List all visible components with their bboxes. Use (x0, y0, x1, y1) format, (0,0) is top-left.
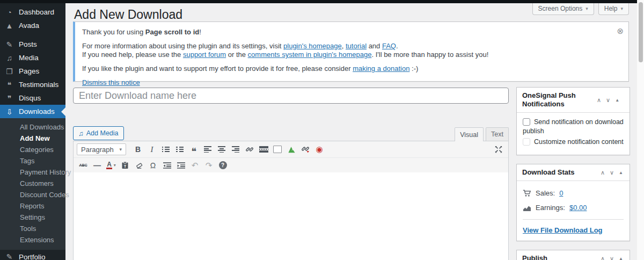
strikethrough-button[interactable]: ABC (77, 160, 90, 171)
plugin-notice: Thank you for using Page scroll to id! F… (73, 21, 629, 82)
sidebar-item-label: Pages (19, 67, 39, 75)
sales-row: Sales:0 (523, 189, 624, 197)
notice-info-line: For more information about using the plu… (82, 42, 607, 50)
toggle-panel-icon[interactable]: ▲ (618, 170, 624, 175)
sidebar-item-media[interactable]: ♫Media (0, 51, 65, 64)
scrollbar[interactable] (637, 0, 644, 260)
sidebar-item-dashboard[interactable]: ◔Dashboard (0, 5, 65, 19)
plugin-homepage-link[interactable]: plugin's homepage (283, 42, 342, 50)
tab-visual[interactable]: Visual (455, 127, 484, 141)
sidebar-item-downloads[interactable]: ⇩Downloads (0, 105, 65, 118)
clear-formatting-button[interactable] (133, 160, 145, 171)
move-down-icon[interactable]: ∨ (609, 169, 615, 176)
submenu-item-tools[interactable]: Tools (0, 223, 65, 234)
sales-count-link[interactable]: 0 (559, 189, 563, 197)
outdent-button[interactable] (160, 160, 173, 171)
paragraph-format-select[interactable]: Paragraph▾ (77, 143, 126, 155)
move-up-icon[interactable]: ∧ (599, 255, 606, 260)
read-more-button[interactable] (257, 143, 270, 155)
move-down-icon[interactable]: ∨ (605, 97, 611, 104)
submenu-item-categories[interactable]: Categories (0, 144, 65, 155)
italic-button[interactable]: I (145, 143, 158, 155)
indent-button[interactable] (174, 160, 187, 171)
horizontal-rule-button[interactable]: — (91, 160, 104, 171)
move-down-icon[interactable]: ∨ (609, 255, 615, 260)
tab-text[interactable]: Text (486, 127, 509, 141)
send-notification-checkbox[interactable] (523, 118, 530, 126)
undo-button[interactable]: ↶ (188, 160, 201, 171)
comments-system-link[interactable]: comments system in plugin's homepage (248, 50, 372, 59)
submenu-item-payment-history[interactable]: Payment History (0, 167, 65, 178)
align-center-button[interactable] (215, 143, 228, 155)
avada-icon: ▲ (5, 21, 14, 30)
onesignal-panel-header[interactable]: OneSignal Push Notifications ∧ ∨ ▲ (517, 88, 630, 113)
sidebar-item-disqus[interactable]: ❞Disqus (0, 91, 65, 105)
submenu-item-all-downloads[interactable]: All Downloads (0, 121, 65, 133)
move-up-icon[interactable]: ∧ (599, 169, 606, 176)
panel-title: Download Stats (522, 168, 597, 177)
sidebar-item-testimonials[interactable]: ❝Testimonials (0, 78, 65, 91)
blockquote-button[interactable]: ❝ (187, 143, 200, 155)
help-circle-icon: ? (219, 161, 227, 169)
align-left-button[interactable] (201, 143, 214, 155)
bulleted-list-icon (162, 146, 170, 153)
submenu-item-discount-codes[interactable]: Discount Codes (0, 189, 65, 200)
screen-options-button[interactable]: Screen Options▾ (532, 3, 594, 15)
redo-button[interactable]: ↷ (202, 160, 215, 171)
admin-bar (0, 0, 644, 3)
move-up-icon[interactable]: ∧ (596, 97, 602, 104)
fusion-builder-button[interactable] (271, 143, 284, 155)
sidebar-item-pages[interactable]: ❐Pages (0, 64, 65, 78)
avada-shortcodes-button[interactable] (285, 143, 298, 155)
help-button[interactable]: Help▾ (598, 3, 629, 15)
numbered-list-button[interactable] (173, 143, 186, 155)
scroll-to-id-link-button[interactable] (299, 143, 312, 155)
submenu-item-extensions[interactable]: Extensions (0, 234, 65, 245)
earnings-link[interactable]: $0.00 (569, 204, 587, 212)
sidebar-item-label: Portfolio (19, 253, 46, 260)
bulleted-list-button[interactable] (159, 143, 172, 155)
sidebar-item-label: Media (19, 54, 39, 62)
scroll-to-id-target-button[interactable]: ◉ (313, 143, 326, 155)
onesignal-panel: OneSignal Push Notifications ∧ ∨ ▲ Send … (516, 87, 630, 155)
distraction-free-button[interactable] (492, 143, 505, 155)
submenu-item-add-new[interactable]: Add New (0, 133, 65, 144)
earnings-label: Earnings: (536, 204, 565, 212)
editor-canvas[interactable] (74, 172, 508, 260)
chevron-down-icon: ▾ (114, 163, 116, 168)
bold-button[interactable]: B (131, 143, 144, 155)
sidebar-item-posts[interactable]: ✎Posts (0, 38, 65, 51)
submenu-item-settings[interactable]: Settings (0, 212, 65, 223)
donation-link[interactable]: making a donation (353, 64, 409, 73)
submenu-item-tags[interactable]: Tags (0, 155, 65, 167)
toggle-panel-icon[interactable]: ▲ (614, 98, 620, 103)
submenu-item-reports[interactable]: Reports (0, 200, 65, 212)
download-stats-header[interactable]: Download Stats ∧ ∨ ▲ (517, 164, 630, 181)
sidebar-item-avada[interactable]: ▲Avada (0, 19, 65, 32)
submenu-item-customers[interactable]: Customers (0, 178, 65, 189)
admin-sidebar: ◔Dashboard ▲Avada ✎Posts ♫Media ❐Pages ❝… (0, 0, 65, 260)
active-menu-arrow (61, 107, 65, 116)
download-name-input[interactable] (73, 88, 509, 104)
paste-as-text-button[interactable]: T (119, 160, 131, 171)
onesignal-panel-body: Send notification on download publish Cu… (517, 113, 630, 155)
toggle-panel-icon[interactable]: ▲ (618, 256, 624, 260)
sidebar-item-portfolio[interactable]: ✎Portfolio (0, 250, 65, 260)
text-color-button[interactable]: A▾ (105, 160, 118, 171)
publish-panel-header[interactable]: Publish ∧ ∨ ▲ (517, 250, 630, 260)
sales-label: Sales: (536, 189, 555, 197)
special-character-button[interactable]: Ω (147, 160, 159, 171)
pages-icon: ❐ (5, 67, 14, 76)
align-right-button[interactable] (229, 143, 242, 155)
customize-notification-checkbox[interactable] (523, 138, 530, 146)
dismiss-notice-link[interactable]: Dismiss this notice (82, 78, 140, 86)
comment-icon: ❞ (5, 94, 14, 103)
faq-link[interactable]: FAQ (382, 42, 396, 50)
dismiss-icon[interactable]: ⊗ (617, 27, 624, 35)
tutorial-link[interactable]: tutorial (346, 42, 367, 50)
scrollbar-thumb[interactable] (639, 2, 643, 62)
support-forum-link[interactable]: support forum (183, 50, 226, 59)
insert-link-button[interactable] (243, 143, 256, 155)
keyboard-shortcuts-button[interactable]: ? (216, 160, 229, 171)
view-download-log-link[interactable]: View File Download Log (523, 226, 603, 234)
